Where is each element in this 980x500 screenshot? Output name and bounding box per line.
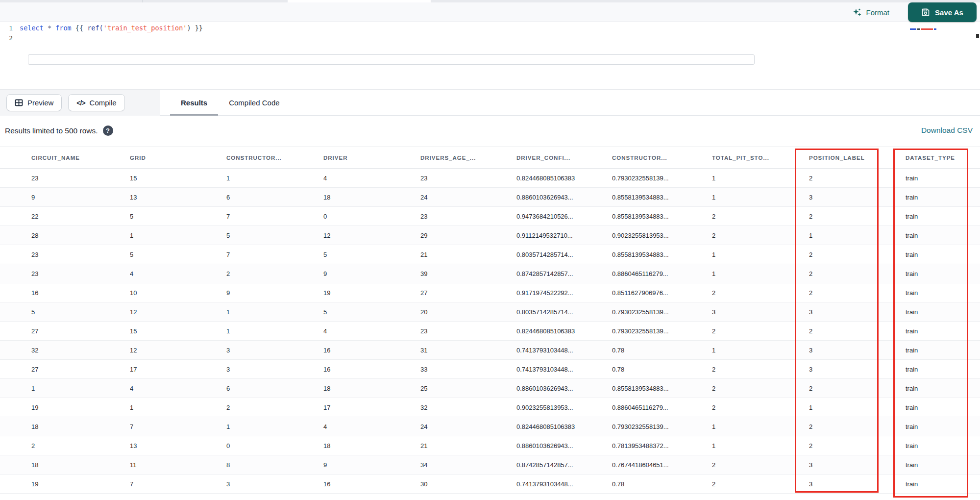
table-cell: 2 bbox=[809, 442, 906, 450]
table-cell: 0.7930232558139... bbox=[612, 423, 712, 430]
table-cell: 3 bbox=[226, 480, 323, 488]
table-cell: 0.8742857142857... bbox=[516, 270, 612, 277]
code-token bbox=[51, 24, 55, 32]
scrollbar-nub[interactable] bbox=[976, 34, 979, 38]
table-cell: 0.8558139534883... bbox=[612, 385, 712, 392]
preview-button[interactable]: Preview bbox=[6, 94, 62, 111]
table-cell: 4 bbox=[323, 423, 420, 430]
table-cell: 0.824468085106383 bbox=[516, 327, 612, 335]
save-as-button[interactable]: Save As bbox=[908, 2, 977, 22]
table-cell: 3 bbox=[226, 366, 323, 373]
minimap-segment bbox=[917, 28, 920, 30]
table-cell: 3 bbox=[226, 347, 323, 354]
column-header: DATASET_TYPE bbox=[906, 155, 980, 161]
table-row: 1610919270.9171974522292...0.85116279069… bbox=[0, 283, 980, 302]
table-cell: 17 bbox=[323, 404, 420, 411]
table-cell: 1 bbox=[712, 423, 809, 430]
table-cell: 15 bbox=[130, 175, 226, 182]
table-cell: 13 bbox=[130, 442, 226, 450]
table-cell: 31 bbox=[420, 347, 516, 354]
table-cell: 34 bbox=[420, 461, 516, 469]
table-cell: 0.7674418604651... bbox=[612, 461, 712, 469]
code-token: {{ bbox=[72, 24, 88, 32]
code-token: 'train_test_position' bbox=[103, 24, 187, 32]
code-minimap[interactable] bbox=[910, 28, 938, 30]
table-cell: 19 bbox=[323, 289, 420, 297]
table-cell: 5 bbox=[323, 251, 420, 258]
table-cell: 2 bbox=[809, 213, 906, 220]
table-cell: 2 bbox=[712, 385, 809, 392]
table-row: 51215200.8035714285714...0.7930232558139… bbox=[0, 302, 980, 322]
compile-button[interactable]: </> Compile bbox=[68, 94, 124, 111]
table-cell: 28 bbox=[31, 232, 130, 239]
table-cell: 23 bbox=[420, 327, 516, 335]
results-meta-row: Results limited to 500 rows. ? Download … bbox=[0, 116, 980, 145]
table-cell: 9 bbox=[323, 461, 420, 469]
table-cell: 0.78 bbox=[612, 480, 712, 488]
table-cell: train bbox=[906, 461, 980, 469]
table-cell: 2 bbox=[226, 270, 323, 277]
table-cell: 19 bbox=[31, 404, 130, 411]
table-cell: 0.7930232558139... bbox=[612, 327, 712, 335]
save-icon bbox=[921, 8, 930, 17]
table-cell: 0.7413793103448... bbox=[516, 480, 612, 488]
column-header: DRIVERS_AGE_... bbox=[420, 155, 516, 161]
active-line-highlight bbox=[28, 54, 755, 65]
table-cell: 0.8860103626943... bbox=[516, 194, 612, 201]
table-cell: 2 bbox=[809, 289, 906, 297]
table-cell: train bbox=[906, 194, 980, 201]
table-cell: 0.9112149532710... bbox=[516, 232, 612, 239]
format-button[interactable]: Format bbox=[853, 6, 889, 19]
table-cell: 7 bbox=[226, 213, 323, 220]
table-row: 23575210.8035714285714...0.8558139534883… bbox=[0, 245, 980, 264]
table-cell: 27 bbox=[31, 327, 130, 335]
table-cell: 32 bbox=[420, 404, 516, 411]
table-cell: 24 bbox=[420, 194, 516, 201]
table-row: 23429390.8742857142857...0.8860465116279… bbox=[0, 264, 980, 283]
table-cell: 5 bbox=[130, 213, 226, 220]
table-cell: 0.7413793103448... bbox=[516, 347, 612, 354]
row-limit-label: Results limited to 500 rows. bbox=[5, 126, 98, 135]
table-body: 231514230.8244680851063830.7930232558139… bbox=[0, 169, 980, 494]
code-line-1[interactable]: select * from {{ ref('train_test_positio… bbox=[20, 24, 203, 32]
table-cell: 12 bbox=[323, 232, 420, 239]
sql-editor[interactable]: 1 select * from {{ ref('train_test_posit… bbox=[0, 22, 980, 89]
results-tabs: ResultsCompiled Code bbox=[170, 90, 291, 116]
table-cell: 7 bbox=[226, 251, 323, 258]
table-row: 231514230.8244680851063830.7930232558139… bbox=[0, 169, 980, 188]
column-header: DRIVER bbox=[323, 155, 420, 161]
table-cell: train bbox=[906, 480, 980, 488]
table-cell: 19 bbox=[31, 480, 130, 488]
table-cell: 6 bbox=[226, 194, 323, 201]
table-cell: train bbox=[906, 327, 980, 335]
table-row: 18714240.8244680851063830.7930232558139.… bbox=[0, 417, 980, 436]
table-cell: 0.8558139534883... bbox=[612, 213, 712, 220]
download-csv-link[interactable]: Download CSV bbox=[921, 126, 973, 135]
table-cell: 23 bbox=[31, 251, 130, 258]
table-cell: train bbox=[906, 270, 980, 277]
table-row: 22570230.9473684210526...0.8558139534883… bbox=[0, 207, 980, 226]
table-row: 191217320.9023255813953...0.886046511627… bbox=[0, 398, 980, 417]
table-cell: 0.7413793103448... bbox=[516, 366, 612, 373]
tab-compiled-code[interactable]: Compiled Code bbox=[218, 90, 290, 116]
table-cell: 2 bbox=[712, 480, 809, 488]
help-icon[interactable]: ? bbox=[103, 125, 113, 136]
table-cell: 1 bbox=[712, 347, 809, 354]
table-cell: 1 bbox=[809, 404, 906, 411]
table-cell: 3 bbox=[809, 194, 906, 201]
code-token: ) }} bbox=[187, 24, 203, 32]
tab-results[interactable]: Results bbox=[170, 90, 218, 116]
table-cell: 0.7813953488372... bbox=[612, 442, 712, 450]
save-as-label: Save As bbox=[935, 8, 963, 17]
table-cell: train bbox=[906, 232, 980, 239]
minimap-segment bbox=[921, 28, 933, 30]
table-cell: 22 bbox=[31, 213, 130, 220]
table-cell: train bbox=[906, 347, 980, 354]
table-cell: 0.8035714285714... bbox=[516, 308, 612, 316]
table-cell: 12 bbox=[130, 308, 226, 316]
table-cell: 24 bbox=[420, 423, 516, 430]
results-table: CIRCUIT_NAMEGRIDCONSTRUCTOR...DRIVERDRIV… bbox=[0, 147, 980, 494]
table-cell: 0.9171974522292... bbox=[516, 289, 612, 297]
table-cell: 18 bbox=[31, 423, 130, 430]
table-cell: 12 bbox=[130, 347, 226, 354]
